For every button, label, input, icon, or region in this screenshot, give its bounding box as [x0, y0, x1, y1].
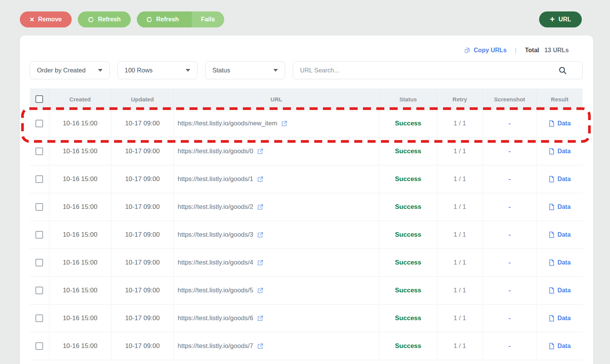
cell-screenshot[interactable]: - — [483, 165, 537, 193]
external-link-icon[interactable] — [257, 232, 263, 238]
cell-result[interactable]: Data — [537, 138, 583, 165]
url-text: https://test.listly.io/goods/2 — [178, 203, 253, 211]
cell-retry: 1 / 1 — [437, 110, 483, 137]
cell-result[interactable]: Data — [537, 221, 583, 249]
cell-updated: 10-17 09:00 — [111, 193, 174, 221]
row-checkbox[interactable] — [35, 175, 43, 183]
rows-per-page-dropdown[interactable]: 100 Rows — [117, 61, 197, 79]
external-link-icon[interactable] — [257, 260, 263, 266]
external-link-icon[interactable] — [257, 287, 263, 294]
refresh-icon — [88, 16, 94, 23]
cell-screenshot[interactable]: - — [483, 193, 537, 221]
cell-updated: 10-17 09:00 — [111, 305, 174, 332]
cell-screenshot[interactable]: - — [483, 110, 537, 137]
url-search-box[interactable] — [293, 61, 583, 79]
external-link-icon[interactable] — [281, 120, 287, 127]
cell-retry: 1 / 1 — [437, 249, 483, 276]
summary-bar: Copy URLs | Total 13 URLs — [30, 45, 569, 56]
url-search-input[interactable] — [300, 67, 559, 74]
table-row: 10-16 15:00 10-17 09:00 https://test.lis… — [30, 110, 583, 138]
cell-select — [30, 332, 49, 360]
cell-screenshot[interactable]: - — [483, 249, 537, 276]
cell-result[interactable]: Data — [537, 305, 583, 332]
copy-urls-link[interactable]: Copy URLs — [464, 47, 507, 54]
toolbar-left-group: × Remove Refresh Refresh Fails — [20, 11, 224, 27]
refresh-fails-fails-segment[interactable]: Fails — [192, 11, 224, 27]
document-icon — [549, 315, 555, 322]
header-updated: Updated — [111, 88, 174, 110]
cell-status: Success — [379, 165, 437, 193]
cell-updated: 10-17 09:00 — [111, 165, 174, 193]
order-by-dropdown[interactable]: Order by Created — [30, 61, 110, 79]
cell-created: 10-16 15:00 — [49, 138, 111, 165]
search-icon[interactable] — [559, 66, 567, 75]
refresh-button[interactable]: Refresh — [78, 11, 131, 27]
cell-created: 10-16 15:00 — [49, 221, 111, 249]
cell-screenshot[interactable]: - — [483, 332, 537, 360]
cell-status: Success — [379, 277, 437, 304]
url-text: https://test.listly.io/goods/0 — [178, 148, 253, 155]
cell-select — [30, 110, 49, 137]
cell-status: Success — [379, 249, 437, 276]
external-link-icon[interactable] — [257, 315, 263, 322]
table-row: 10-16 15:00 10-17 09:00 https://test.lis… — [30, 332, 583, 360]
cell-updated: 10-17 09:00 — [111, 221, 174, 249]
cell-updated: 10-17 09:00 — [111, 277, 174, 304]
cell-result[interactable]: Data — [537, 332, 583, 360]
header-status: Status — [379, 88, 437, 110]
external-link-icon[interactable] — [257, 148, 263, 155]
row-checkbox[interactable] — [35, 148, 43, 155]
cell-url: https://test.listly.io/goods/4 — [174, 249, 379, 276]
cell-screenshot[interactable]: - — [483, 138, 537, 165]
row-checkbox[interactable] — [35, 231, 43, 239]
external-link-icon[interactable] — [257, 176, 263, 183]
row-checkbox[interactable] — [35, 203, 43, 211]
refresh-fails-refresh-segment[interactable]: Refresh — [137, 11, 188, 27]
url-text: https://test.listly.io/goods/new_item — [178, 120, 277, 127]
result-link-label: Data — [557, 287, 571, 294]
status-dropdown[interactable]: Status — [205, 61, 285, 79]
row-checkbox[interactable] — [35, 259, 43, 266]
cell-status: Success — [379, 305, 437, 332]
cell-select — [30, 249, 49, 276]
cell-status: Success — [379, 193, 437, 221]
cell-screenshot[interactable]: - — [483, 221, 537, 249]
document-icon — [549, 148, 555, 155]
select-all-checkbox[interactable] — [35, 95, 43, 103]
cell-result[interactable]: Data — [537, 165, 583, 193]
cell-screenshot[interactable]: - — [483, 277, 537, 304]
cell-retry: 1 / 1 — [437, 332, 483, 360]
cell-created: 10-16 15:00 — [49, 165, 111, 193]
x-icon: × — [30, 16, 34, 23]
result-link-label: Data — [557, 148, 571, 155]
cell-result[interactable]: Data — [537, 277, 583, 304]
row-checkbox[interactable] — [35, 314, 43, 322]
cell-result[interactable]: Data — [537, 110, 583, 137]
table-row: 10-16 15:00 10-17 09:00 https://test.lis… — [30, 277, 583, 305]
cell-url: https://test.listly.io/goods/1 — [174, 165, 379, 193]
external-link-icon[interactable] — [257, 343, 263, 350]
refresh-fails-button[interactable]: Refresh Fails — [137, 11, 224, 27]
url-text: https://test.listly.io/goods/7 — [178, 342, 253, 350]
cell-updated: 10-17 09:00 — [111, 249, 174, 276]
row-checkbox[interactable] — [35, 120, 43, 127]
url-text: https://test.listly.io/goods/6 — [178, 314, 253, 322]
cell-screenshot[interactable]: - — [483, 305, 537, 332]
add-url-button-label: URL — [559, 16, 571, 23]
total-value: 13 URLs — [544, 47, 569, 54]
cell-result[interactable]: Data — [537, 249, 583, 276]
cell-created: 10-16 15:00 — [49, 332, 111, 360]
row-checkbox[interactable] — [35, 287, 43, 294]
remove-button-label: Remove — [38, 16, 62, 23]
external-link-icon[interactable] — [257, 204, 263, 210]
cell-result[interactable]: Data — [537, 193, 583, 221]
cell-retry: 1 / 1 — [437, 277, 483, 304]
remove-button[interactable]: × Remove — [20, 11, 72, 27]
cell-retry: 1 / 1 — [437, 138, 483, 165]
document-icon — [549, 259, 555, 266]
row-checkbox[interactable] — [35, 342, 43, 350]
cell-created: 10-16 15:00 — [49, 305, 111, 332]
cell-status: Success — [379, 332, 437, 360]
add-url-button[interactable]: + URL — [539, 11, 582, 27]
cell-url: https://test.listly.io/goods/3 — [174, 221, 379, 249]
